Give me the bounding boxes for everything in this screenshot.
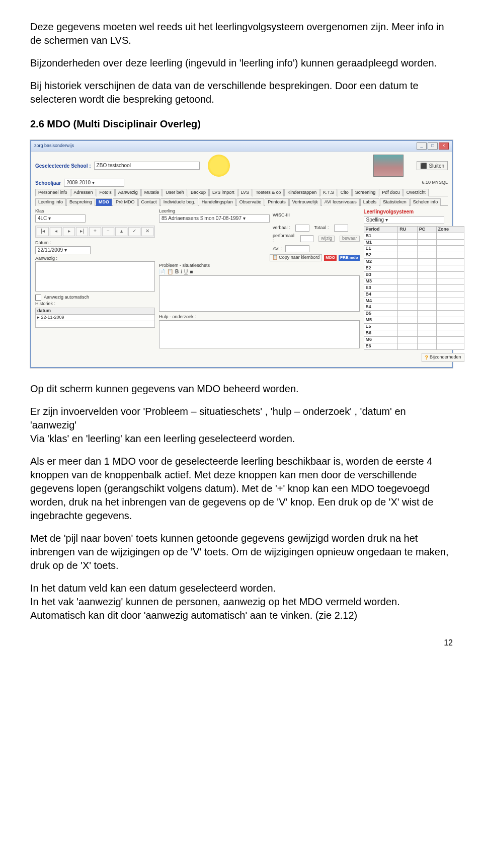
nav-btn-3[interactable]: ▸|	[76, 227, 88, 236]
klas-label: Klas	[35, 209, 155, 214]
tab-contact[interactable]: Contact	[138, 198, 160, 206]
aanwezig-list[interactable]	[35, 261, 155, 292]
nav-btn-1[interactable]: ◂	[50, 227, 62, 236]
nav-btn-4[interactable]: +	[89, 227, 101, 236]
hulp-textarea[interactable]	[159, 320, 360, 348]
tab-scholen-info[interactable]: Scholen info	[410, 198, 441, 206]
leerling-select[interactable]: 85 Adriaenssens Simon 07-08-1997 ▾	[159, 214, 270, 223]
historiek-table[interactable]: datum ▸ 22-11-2009	[35, 308, 155, 328]
body-para-6: In het datum veld kan een datum geselect…	[30, 582, 453, 595]
nav-btn-8[interactable]: ✕	[141, 227, 153, 236]
tab-pr-mdo[interactable]: Pré MDO	[113, 198, 138, 206]
lvs-row[interactable]: B4	[364, 291, 464, 298]
tab-pdf-docu[interactable]: Pdf docu	[379, 189, 403, 196]
lvs-row[interactable]: M2	[364, 259, 464, 265]
tab-screening[interactable]: Screening	[352, 189, 379, 196]
intro-para-3: Bij historiek verschijnen de data van de…	[30, 79, 453, 106]
tab-printouts[interactable]: Printouts	[265, 198, 289, 206]
tab-cito[interactable]: Cito	[338, 189, 352, 196]
tab-backup[interactable]: Backup	[188, 189, 209, 196]
lvs-row[interactable]: E4	[364, 304, 464, 311]
totaal-input[interactable]	[334, 225, 348, 232]
lvs-col-ru: RU	[398, 226, 418, 233]
sluiten-button[interactable]: ⬛Sluiten	[417, 161, 448, 170]
lvs-row[interactable]: B1	[364, 233, 464, 239]
school-input[interactable]: ZBO testschool	[94, 162, 200, 170]
tab-lvs-import[interactable]: LVS import	[209, 189, 237, 196]
tab-labels[interactable]: Labels	[360, 198, 380, 206]
section-heading: 2.6 MDO (Multi Disciplinair Overleg)	[30, 117, 453, 131]
verbaal-input[interactable]	[295, 225, 309, 232]
tab-overzicht[interactable]: Overzicht	[404, 189, 429, 196]
maximize-button[interactable]: □	[428, 142, 438, 150]
lvs-row[interactable]: M6	[364, 336, 464, 343]
tab-lvs[interactable]: LVS	[238, 189, 252, 196]
verbaal-label: verbaal :	[273, 226, 290, 231]
bewaar-button[interactable]: bewaar	[340, 236, 360, 242]
mdo-badge[interactable]: MDO	[324, 255, 337, 261]
tab-individuele-beg-[interactable]: Individuele beg.	[160, 198, 198, 206]
tab-user-beh[interactable]: User beh	[163, 189, 187, 196]
tab-vertrouwelijk[interactable]: Vertrouwelijk	[289, 198, 321, 206]
underline-button[interactable]: U	[184, 269, 188, 274]
tab-toeters-co[interactable]: Toeters & co	[253, 189, 284, 196]
copy-clipboard-button[interactable]: 📋 Copy naar klembord	[270, 254, 322, 261]
nav-btn-2[interactable]: ▸	[63, 227, 75, 236]
copy-icon[interactable]: 📄	[159, 269, 165, 274]
year-select[interactable]: 2009-2010 ▾	[64, 179, 124, 187]
avi-input[interactable]	[285, 245, 309, 252]
lvs-row[interactable]: M4	[364, 298, 464, 304]
lvs-row[interactable]: E3	[364, 284, 464, 291]
hist-row[interactable]: ▸ 22-11-2009	[36, 315, 155, 321]
lvs-row[interactable]: E5	[364, 324, 464, 330]
italic-button[interactable]: I	[181, 269, 182, 274]
lvs-row[interactable]: E6	[364, 343, 464, 349]
pre-mdo-badge[interactable]: PRE mdo	[339, 255, 360, 261]
tab-personeel-info[interactable]: Personeel info	[35, 189, 70, 196]
body-para-3: Via 'klas' en 'leerling' kan een leerlin…	[30, 432, 453, 446]
nav-btn-6[interactable]: ▴	[115, 227, 127, 236]
tab-avi-leesniveaus[interactable]: AVI leesniveaus	[321, 198, 360, 206]
lvs-dropdown[interactable]: Spelling ▾	[364, 216, 444, 224]
lvs-row[interactable]: M3	[364, 278, 464, 284]
performaal-input[interactable]	[300, 235, 313, 242]
nav-btn-7[interactable]: ✓	[128, 227, 140, 236]
lvs-row[interactable]: B2	[364, 252, 464, 259]
lvs-row[interactable]: M1	[364, 239, 464, 246]
version-label: 6.10 MYSQL	[422, 180, 448, 185]
lvs-row[interactable]: E1	[364, 246, 464, 252]
probleem-textarea[interactable]	[159, 275, 360, 312]
datum-label: Datum :	[35, 241, 155, 246]
tab-statistieken[interactable]: Statistieken	[380, 198, 410, 206]
aanwezig-auto-checkbox[interactable]	[35, 295, 41, 301]
lvs-row[interactable]: B6	[364, 330, 464, 337]
bold-button[interactable]: B	[175, 269, 179, 274]
window-close-button[interactable]: ×	[439, 142, 449, 150]
lvs-row[interactable]: B5	[364, 311, 464, 317]
intro-para-2: Bijzonderheden over deze leerling (ingev…	[30, 56, 453, 70]
nav-btn-5[interactable]: −	[102, 227, 114, 236]
tab-bespreking[interactable]: Bespreking	[66, 198, 95, 206]
tab-observatie[interactable]: Observatie	[236, 198, 265, 206]
nav-btn-0[interactable]: |◂	[37, 227, 49, 236]
minimize-button[interactable]: _	[417, 142, 427, 150]
tab-k-t-s[interactable]: K.T.S	[320, 189, 337, 196]
lvs-row[interactable]: E2	[364, 265, 464, 272]
tab-handelingsplan[interactable]: Handelingsplan	[199, 198, 236, 206]
lvs-row[interactable]: M5	[364, 317, 464, 324]
tab-leerling-info[interactable]: Leerling info	[35, 198, 66, 206]
datum-input[interactable]: 22/11/2009 ▾	[35, 246, 91, 254]
paste-icon[interactable]: 📋	[167, 269, 173, 274]
wijzig-button[interactable]: wijzig	[318, 236, 335, 242]
tab-kinderstappen[interactable]: Kinderstappen	[284, 189, 319, 196]
tab-mutatie[interactable]: Mutatie	[141, 189, 163, 196]
tab-foto-s[interactable]: Foto's	[97, 189, 115, 196]
klas-select[interactable]: 4LC ▾	[35, 214, 86, 223]
lvs-table: PeriodRUPCZone B1 M1 E1 B2 M2 E2 B3 M3 E…	[364, 226, 464, 350]
tab-mdo[interactable]: MDO	[96, 198, 112, 206]
lvs-row[interactable]: B3	[364, 272, 464, 278]
tab-adressen[interactable]: Adressen	[71, 189, 96, 196]
tab-aanwezig[interactable]: Aanwezig	[115, 189, 141, 196]
color-button[interactable]: ■	[190, 269, 193, 274]
bijzonderheden-button[interactable]: ?Bijzonderheden	[422, 353, 464, 362]
